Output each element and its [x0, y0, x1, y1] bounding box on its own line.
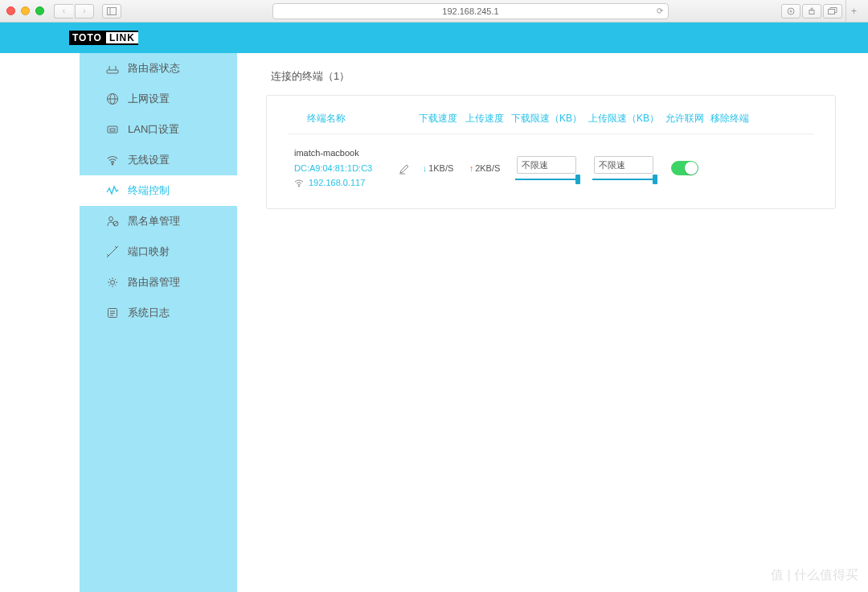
download-speed-value: 1KB/S — [428, 163, 453, 173]
col-download-limit: 下载限速（KB） — [508, 112, 585, 125]
sidebar-item-syslog[interactable]: 系统日志 — [80, 298, 237, 328]
logo-left: TOTO — [69, 32, 105, 43]
upload-limit-input[interactable] — [594, 156, 653, 174]
window-controls — [6, 6, 44, 15]
wifi-icon — [105, 154, 120, 166]
sidebar-label: 无线设置 — [128, 153, 170, 167]
activity-icon — [105, 184, 120, 197]
logo-right: LINK — [106, 32, 138, 43]
share-button[interactable] — [802, 4, 821, 18]
up-arrow-icon: ↑ — [469, 163, 474, 173]
main-content: 连接的终端（1） 终端名称 下载速度 上传速度 下载限速（KB） 上传限速（KB… — [237, 53, 868, 592]
sidebar-item-internet[interactable]: 上网设置 — [80, 84, 237, 114]
upload-speed-cell: ↑ 2KB/S — [461, 163, 508, 173]
url-text: 192.168.245.1 — [442, 6, 498, 16]
sidebar-label: 上网设置 — [128, 92, 170, 106]
sidebar-item-terminal-control[interactable]: 终端控制 — [80, 175, 237, 206]
sidebar-label: 端口映射 — [128, 245, 170, 259]
sidebar-label: 路由器状态 — [128, 61, 180, 76]
browser-toolbar: ‹ › 192.168.245.1 ⟳ + — [0, 0, 868, 23]
sidebar-label: 路由器管理 — [128, 275, 180, 290]
download-limit-cell — [508, 156, 585, 180]
watermark: 值 | 什么值得买 — [771, 567, 858, 584]
wifi-small-icon — [294, 179, 304, 187]
download-limit-slider[interactable] — [515, 179, 578, 180]
device-mac: DC:A9:04:81:1D:C3 — [294, 161, 415, 176]
nav-back-forward: ‹ › — [54, 4, 94, 18]
device-info: imatch-macbook DC:A9:04:81:1D:C3 192.168… — [288, 146, 415, 191]
sidebar-item-router-status[interactable]: 路由器状态 — [80, 53, 237, 84]
svg-rect-5 — [107, 70, 118, 73]
svg-rect-11 — [108, 126, 117, 133]
table-row: imatch-macbook DC:A9:04:81:1D:C3 192.168… — [288, 134, 814, 191]
upload-limit-slider[interactable] — [592, 179, 655, 180]
globe-icon — [105, 92, 120, 105]
maximize-window-button[interactable] — [35, 6, 44, 15]
col-upload-limit: 上传限速（KB） — [585, 112, 662, 125]
svg-point-22 — [298, 186, 299, 187]
upload-limit-cell — [585, 156, 662, 180]
sidebar-item-lan[interactable]: LAN口设置 — [80, 114, 237, 145]
toolbar-right — [781, 4, 842, 18]
upload-speed-value: 2KB/S — [475, 163, 500, 173]
sidebar-item-blacklist[interactable]: 黑名单管理 — [80, 206, 237, 236]
down-arrow-icon: ↓ — [423, 163, 428, 173]
sidebar-item-wireless[interactable]: 无线设置 — [80, 145, 237, 175]
sidebar-item-router-manage[interactable]: 路由器管理 — [80, 267, 237, 298]
sidebar-toggle-button[interactable] — [102, 4, 121, 18]
app-header: TOTOLINK — [0, 23, 868, 53]
user-block-icon — [105, 215, 120, 228]
svg-rect-12 — [110, 129, 115, 131]
sidebar-item-port-mapping[interactable]: 端口映射 — [80, 236, 237, 267]
col-download-speed: 下载速度 — [415, 112, 461, 125]
gear-icon — [105, 276, 120, 289]
table-header: 终端名称 下载速度 上传速度 下载限速（KB） 上传限速（KB） 允许联网 移除… — [288, 107, 814, 134]
tools-icon — [105, 245, 120, 258]
slider-thumb[interactable] — [653, 175, 657, 184]
minimize-window-button[interactable] — [21, 6, 30, 15]
sidebar-filler — [80, 328, 237, 592]
col-name: 终端名称 — [288, 112, 415, 125]
back-button[interactable]: ‹ — [54, 4, 73, 18]
device-name: imatch-macbook — [294, 146, 415, 161]
download-limit-input[interactable] — [517, 156, 576, 174]
allow-network-toggle[interactable] — [671, 161, 698, 175]
device-ip-row: 192.168.0.117 — [294, 175, 415, 191]
col-upload-speed: 上传速度 — [461, 112, 508, 125]
device-ip: 192.168.0.117 — [309, 175, 365, 191]
allow-network-cell — [662, 161, 707, 175]
log-icon — [105, 306, 120, 319]
toggle-knob — [685, 162, 698, 175]
col-allow-network: 允许联网 — [662, 112, 707, 125]
svg-line-16 — [114, 222, 117, 225]
download-speed-cell: ↓ 1KB/S — [415, 163, 461, 173]
reload-icon[interactable]: ⟳ — [657, 6, 663, 15]
svg-point-13 — [112, 163, 113, 165]
new-tab-button[interactable]: + — [845, 0, 862, 23]
router-icon — [105, 62, 120, 75]
col-remove-device: 移除终端 — [707, 112, 752, 125]
svg-point-14 — [109, 217, 113, 221]
sidebar-label: 终端控制 — [128, 183, 170, 198]
svg-point-17 — [111, 281, 115, 285]
close-window-button[interactable] — [6, 6, 15, 15]
brand-logo: TOTOLINK — [69, 31, 138, 45]
sidebar: 路由器状态 上网设置 LAN口设置 无线设置 终端控制 黑名单管理 端口映射 — [80, 53, 237, 592]
svg-rect-4 — [829, 9, 835, 14]
tabs-button[interactable] — [823, 4, 842, 18]
forward-button[interactable]: › — [75, 4, 94, 18]
sidebar-label: 黑名单管理 — [128, 214, 180, 228]
edit-icon[interactable] — [399, 163, 410, 175]
lan-icon — [105, 123, 120, 136]
downloads-button[interactable] — [781, 4, 800, 18]
svg-rect-0 — [108, 7, 117, 14]
device-card: 终端名称 下载速度 上传速度 下载限速（KB） 上传限速（KB） 允许联网 移除… — [266, 95, 836, 209]
slider-thumb[interactable] — [575, 175, 580, 184]
address-bar[interactable]: 192.168.245.1 ⟳ — [272, 3, 669, 19]
section-title: 连接的终端（1） — [266, 69, 836, 84]
sidebar-label: LAN口设置 — [128, 122, 179, 137]
sidebar-label: 系统日志 — [128, 306, 170, 320]
